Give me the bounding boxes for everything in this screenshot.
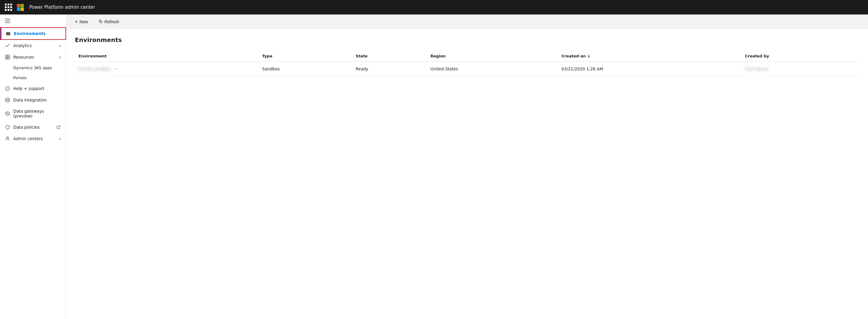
resources-icon <box>5 54 10 60</box>
svg-point-10 <box>7 137 8 139</box>
sidebar-item-resources[interactable]: Resources ∧ <box>0 51 66 63</box>
sidebar: Environments Analytics ∨ Resour <box>0 14 66 319</box>
svg-rect-4 <box>8 55 10 57</box>
environment-name: Private sandbox <box>79 66 111 71</box>
sidebar-item-portals[interactable]: Portals <box>0 73 66 83</box>
hamburger-button[interactable] <box>0 14 66 27</box>
table-header-row: Environment Type State Region Created on <box>75 51 860 62</box>
toolbar: + New ↻ Refresh <box>66 14 868 29</box>
analytics-icon <box>5 43 10 48</box>
plus-icon: + <box>75 19 78 25</box>
sidebar-item-data-policies[interactable]: Data policies <box>0 121 66 133</box>
cell-created-by: Yumi Nance <box>741 62 860 76</box>
sidebar-data-gateways-label: Data gateways (preview) <box>13 109 61 118</box>
svg-rect-1 <box>6 33 10 34</box>
cell-type: Sandbox <box>258 62 352 76</box>
content-area: + New ↻ Refresh Environments Environment <box>66 14 868 319</box>
col-created-on[interactable]: Created on ↓ <box>558 51 741 62</box>
svg-text:?: ? <box>7 87 8 90</box>
svg-rect-6 <box>8 57 10 59</box>
sidebar-analytics-label: Analytics <box>13 43 56 48</box>
col-created-by: Created by <box>741 51 860 62</box>
sidebar-item-data-gateways[interactable]: Data gateways (preview) <box>0 106 66 121</box>
waffle-icon[interactable] <box>5 4 12 11</box>
admin-icon <box>5 136 10 141</box>
svg-rect-3 <box>5 55 7 57</box>
sidebar-environments-label: Environments <box>14 31 61 36</box>
sidebar-data-integration-label: Data integration <box>13 97 61 103</box>
new-button[interactable]: + New <box>72 18 90 26</box>
sidebar-admin-centers-label: Admin centers <box>13 136 56 141</box>
sidebar-item-help-support[interactable]: ? Help + support <box>0 83 66 94</box>
cell-created-on: 03/21/2020 1:28 AM <box>558 62 741 76</box>
sidebar-item-analytics[interactable]: Analytics ∨ <box>0 40 66 51</box>
sidebar-resources-label: Resources <box>13 55 56 59</box>
col-state: State <box>352 51 427 62</box>
microsoft-logo <box>17 4 24 11</box>
sidebar-dynamics-label: Dynamics 365 apps <box>13 65 52 70</box>
col-type: Type <box>258 51 352 62</box>
content-body: Environments Environment Type State <box>66 29 868 319</box>
page-title: Environments <box>75 36 860 44</box>
sidebar-item-environments[interactable]: Environments <box>0 27 66 40</box>
layers-icon <box>5 31 11 36</box>
col-region: Region <box>427 51 558 62</box>
creator-name: Yumi Nance <box>745 66 769 71</box>
environments-table: Environment Type State Region Created on <box>75 51 860 76</box>
cell-environment: Private sandbox ··· <box>75 62 258 76</box>
col-environment: Environment <box>75 51 258 62</box>
refresh-label: Refresh <box>104 19 119 24</box>
admin-centers-chevron: ∨ <box>59 137 61 141</box>
svg-rect-0 <box>6 32 10 33</box>
sidebar-help-label: Help + support <box>13 86 61 91</box>
external-link-icon <box>56 124 61 130</box>
row-options-button[interactable]: ··· <box>113 65 120 72</box>
sidebar-data-policies-label: Data policies <box>13 125 53 129</box>
svg-rect-2 <box>6 34 10 35</box>
sidebar-item-admin-centers[interactable]: Admin centers ∨ <box>0 133 66 144</box>
help-icon: ? <box>5 86 10 91</box>
top-navigation: Power Platform admin center <box>0 0 868 14</box>
sidebar-portals-label: Portals <box>13 76 27 80</box>
data-gateways-icon <box>5 111 10 116</box>
cell-region: United States <box>427 62 558 76</box>
table-row: Private sandbox ··· Sandbox Ready United… <box>75 62 860 76</box>
data-policies-icon <box>5 124 10 130</box>
svg-rect-5 <box>5 57 7 59</box>
svg-point-9 <box>6 98 9 100</box>
analytics-chevron: ∨ <box>59 44 61 48</box>
sidebar-item-data-integration[interactable]: Data integration <box>0 94 66 106</box>
new-label: New <box>79 19 88 24</box>
app-name: Power Platform admin center <box>29 4 95 10</box>
resources-chevron: ∧ <box>59 55 61 59</box>
cell-state: Ready <box>352 62 427 76</box>
refresh-button[interactable]: ↻ Refresh <box>96 18 122 26</box>
data-integration-icon <box>5 97 10 103</box>
sidebar-item-dynamics365apps[interactable]: Dynamics 365 apps <box>0 63 66 73</box>
refresh-icon: ↻ <box>99 19 102 25</box>
